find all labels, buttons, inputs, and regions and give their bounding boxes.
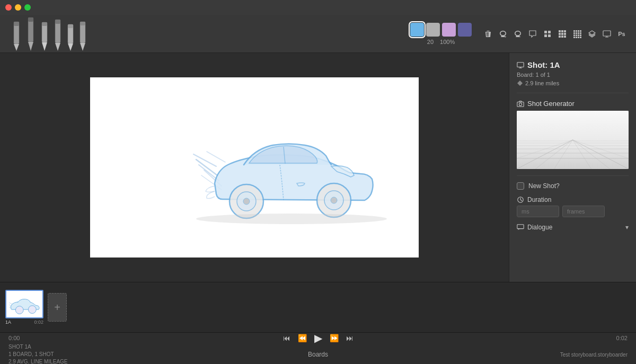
pencil-tool-2[interactable] bbox=[25, 16, 37, 51]
rewind-button[interactable]: ⏪ bbox=[298, 334, 307, 342]
main-content: Shot: 1A Board: 1 of 1 2.9 line miles Sh… bbox=[0, 53, 636, 282]
playback-bar: 0:00 ⏮ ⏪ ▶ ⏩ ⏭ 0:02 SHOT 1A 1 BOARD, 1 S… bbox=[0, 332, 636, 364]
close-button[interactable] bbox=[5, 4, 12, 11]
divider-1 bbox=[517, 93, 629, 93]
svg-text:-: - bbox=[519, 33, 520, 38]
svg-marker-16 bbox=[80, 43, 85, 51]
color-section: 20 100% bbox=[410, 23, 472, 45]
color-swatch-dark-blue[interactable] bbox=[458, 23, 472, 37]
pencil-tools bbox=[8, 16, 87, 51]
lasso-subtract-icon[interactable]: - bbox=[512, 28, 524, 40]
clock-icon bbox=[517, 196, 524, 203]
svg-marker-1 bbox=[14, 44, 19, 51]
pencil-tool-6[interactable] bbox=[78, 20, 87, 51]
svg-rect-37 bbox=[573, 32, 575, 34]
camera-icon bbox=[517, 100, 524, 108]
time-start: 0:00 bbox=[8, 335, 35, 341]
svg-rect-33 bbox=[573, 30, 575, 32]
toolbar: 20 100% + - bbox=[0, 15, 636, 53]
pencil-tool-3[interactable] bbox=[39, 20, 50, 51]
grid-4-icon[interactable] bbox=[542, 28, 553, 40]
skip-end-button[interactable]: ⏭ bbox=[346, 334, 354, 342]
svg-marker-10 bbox=[55, 43, 60, 51]
svg-rect-46 bbox=[576, 37, 577, 38]
shot-info-line3: 2.9 AVG. LINE MILEAGE bbox=[8, 358, 68, 364]
shot-info: Shot: 1A Board: 1 of 1 2.9 line miles bbox=[517, 60, 629, 86]
frames-input[interactable] bbox=[562, 206, 605, 217]
add-board-button[interactable]: + bbox=[48, 293, 67, 322]
lasso-add-icon[interactable]: + bbox=[497, 28, 509, 40]
thumbnail-frame-1A bbox=[5, 290, 43, 318]
svg-rect-25 bbox=[561, 30, 563, 32]
trash-icon[interactable] bbox=[482, 28, 494, 40]
time-end: 0:02 bbox=[601, 335, 628, 341]
shot-generator-preview[interactable] bbox=[517, 111, 629, 169]
duration-row: Duration bbox=[517, 196, 629, 203]
svg-point-62 bbox=[243, 198, 250, 205]
dialogue-expand-icon[interactable]: ▾ bbox=[625, 224, 629, 231]
svg-rect-22 bbox=[544, 34, 547, 37]
svg-rect-44 bbox=[580, 34, 581, 36]
fast-forward-button[interactable]: ⏩ bbox=[330, 334, 339, 342]
thumbnail-1A[interactable]: 1A 0:02 bbox=[5, 290, 43, 325]
shot-title: Shot: 1A bbox=[517, 60, 629, 69]
monitor-icon bbox=[517, 61, 524, 69]
boards-label[interactable]: Boards bbox=[308, 351, 328, 358]
shot-info-line1: SHOT 1A bbox=[8, 343, 68, 351]
svg-rect-23 bbox=[548, 34, 551, 37]
canvas-area[interactable] bbox=[0, 53, 509, 282]
maximize-button[interactable] bbox=[24, 4, 31, 11]
svg-rect-30 bbox=[559, 35, 561, 38]
display-icon[interactable] bbox=[601, 28, 613, 40]
color-swatch-blue[interactable] bbox=[410, 23, 424, 37]
play-button[interactable]: ▶ bbox=[314, 333, 322, 343]
svg-rect-45 bbox=[573, 37, 575, 38]
pencil-tool-4[interactable] bbox=[52, 18, 63, 51]
duration-inputs bbox=[517, 206, 629, 217]
svg-rect-36 bbox=[580, 30, 581, 32]
shot-generator-title: Shot Generator bbox=[517, 100, 629, 108]
svg-rect-24 bbox=[559, 30, 561, 32]
minimize-button[interactable] bbox=[15, 4, 21, 11]
duration-section: Duration bbox=[517, 196, 629, 217]
dialogue-label: Dialogue bbox=[527, 224, 552, 231]
brush-info: 20 100% bbox=[427, 39, 455, 45]
layers-icon[interactable] bbox=[586, 28, 598, 40]
svg-marker-13 bbox=[68, 43, 73, 51]
diamond-icon bbox=[517, 80, 523, 86]
svg-rect-20 bbox=[544, 31, 547, 33]
bottom-shot-info: SHOT 1A 1 BOARD, 1 SHOT 2.9 AVG. LINE MI… bbox=[8, 343, 68, 364]
svg-marker-4 bbox=[28, 42, 33, 51]
color-swatch-gray[interactable] bbox=[426, 23, 440, 37]
right-panel: Shot: 1A Board: 1 of 1 2.9 line miles Sh… bbox=[509, 53, 636, 282]
svg-rect-40 bbox=[580, 32, 581, 34]
brush-size-label: 20 bbox=[427, 39, 434, 45]
new-shot-checkbox[interactable] bbox=[517, 182, 524, 190]
ms-input[interactable] bbox=[517, 206, 559, 217]
svg-rect-21 bbox=[548, 31, 551, 33]
svg-rect-31 bbox=[561, 35, 563, 38]
svg-rect-11 bbox=[55, 20, 60, 24]
svg-line-54 bbox=[207, 152, 225, 162]
titlebar bbox=[0, 0, 636, 15]
svg-rect-32 bbox=[564, 35, 566, 38]
pencil-tool-5[interactable] bbox=[66, 22, 75, 51]
pencil-tool-1[interactable] bbox=[11, 19, 22, 51]
playback-controls-row: 0:00 ⏮ ⏪ ▶ ⏩ ⏭ 0:02 bbox=[0, 333, 636, 343]
skip-start-button[interactable]: ⏮ bbox=[283, 334, 290, 342]
speech-bubble-icon[interactable] bbox=[527, 28, 538, 40]
svg-rect-42 bbox=[576, 34, 577, 36]
svg-rect-29 bbox=[564, 33, 566, 35]
svg-rect-64 bbox=[517, 62, 524, 67]
color-swatch-purple[interactable] bbox=[442, 23, 456, 37]
thumbnail-time-1A: 0:02 bbox=[34, 319, 43, 325]
svg-rect-47 bbox=[578, 37, 579, 38]
photoshop-icon[interactable]: Ps bbox=[616, 28, 628, 40]
drawing-canvas[interactable] bbox=[90, 77, 419, 258]
svg-text:+: + bbox=[504, 34, 507, 38]
grid-16-icon[interactable] bbox=[571, 28, 583, 40]
svg-point-67 bbox=[519, 103, 522, 105]
svg-rect-48 bbox=[580, 37, 581, 38]
svg-rect-35 bbox=[578, 30, 579, 32]
grid-9-icon[interactable] bbox=[556, 28, 568, 40]
